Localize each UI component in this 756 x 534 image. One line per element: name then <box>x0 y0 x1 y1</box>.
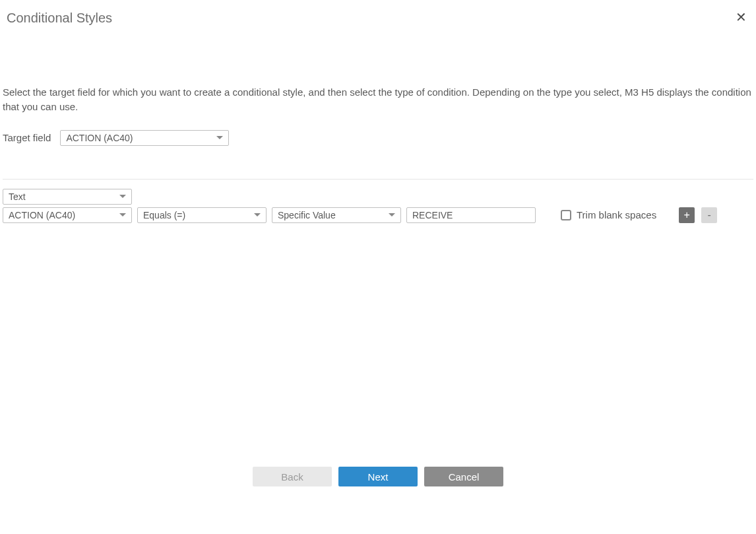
conditional-styles-dialog: Conditional Styles ✕ Select the target f… <box>0 0 756 223</box>
close-icon[interactable]: ✕ <box>733 11 749 24</box>
target-field-label: Target field <box>3 132 51 143</box>
trim-blank-spaces-label: Trim blank spaces <box>577 209 656 220</box>
remove-condition-button[interactable]: - <box>701 207 717 223</box>
condition-field-select[interactable]: ACTION (AC40) <box>3 207 132 223</box>
condition-valuetype-select[interactable]: Specific Value <box>272 207 401 223</box>
chevron-down-icon <box>119 213 126 217</box>
cancel-button[interactable]: Cancel <box>424 467 503 486</box>
chevron-down-icon <box>389 213 395 217</box>
chevron-down-icon <box>254 213 261 217</box>
dialog-title: Conditional Styles <box>7 11 112 26</box>
condition-operator-select[interactable]: Equals (=) <box>137 207 267 223</box>
trim-blank-spaces-checkbox-wrap: Trim blank spaces <box>561 209 656 220</box>
dialog-header: Conditional Styles ✕ <box>0 0 756 26</box>
condition-valuetype-value: Specific Value <box>278 210 336 220</box>
back-button[interactable]: Back <box>253 467 332 486</box>
target-field-value: ACTION (AC40) <box>66 133 133 143</box>
trim-blank-spaces-checkbox[interactable] <box>561 210 571 220</box>
add-condition-button[interactable]: + <box>679 207 695 223</box>
condition-operator-value: Equals (=) <box>143 210 185 220</box>
condition-expression-row: ACTION (AC40) Equals (=) Specific Value … <box>3 207 753 223</box>
chevron-down-icon <box>216 136 223 139</box>
dialog-intro-text: Select the target field for which you wa… <box>3 85 753 114</box>
condition-type-select[interactable]: Text <box>3 189 132 205</box>
target-field-row: Target field ACTION (AC40) <box>3 130 753 146</box>
target-field-select[interactable]: ACTION (AC40) <box>60 130 229 146</box>
section-divider <box>3 179 753 180</box>
next-button[interactable]: Next <box>338 467 418 486</box>
chevron-down-icon <box>119 195 126 198</box>
condition-type-row: Text <box>3 189 753 205</box>
condition-type-value: Text <box>9 191 26 202</box>
condition-field-value: ACTION (AC40) <box>9 210 75 220</box>
dialog-footer: Back Next Cancel <box>0 467 756 486</box>
condition-rows: Text ACTION (AC40) Equals (=) Specific V… <box>3 189 753 223</box>
add-remove-group: + - <box>679 207 717 223</box>
condition-value-input[interactable] <box>406 207 536 223</box>
